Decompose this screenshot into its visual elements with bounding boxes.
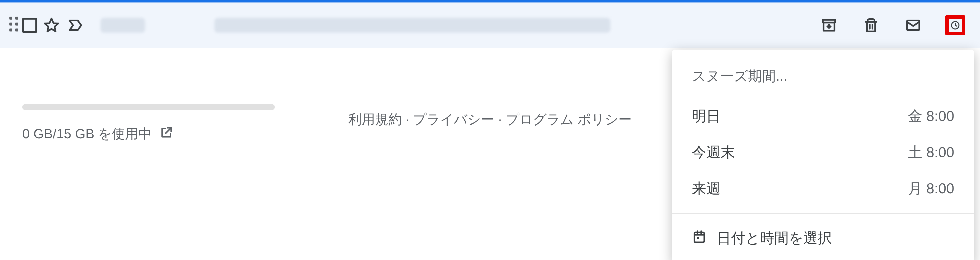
svg-rect-7 — [697, 237, 699, 239]
subject-redacted — [214, 18, 611, 33]
sender-redacted — [100, 18, 145, 33]
footer-link-terms[interactable]: 利用規約 — [348, 112, 402, 127]
storage-usage-text: 0 GB/15 GB を使用中 — [22, 125, 152, 143]
snooze-pick-datetime[interactable]: 日付と時間を選択 — [672, 220, 974, 256]
mark-unread-button[interactable] — [903, 15, 923, 35]
calendar-icon — [692, 229, 707, 247]
snooze-menu-divider — [672, 213, 974, 214]
snooze-option-time: 月 8:00 — [908, 179, 954, 198]
storage-usage-bar — [22, 104, 275, 110]
star-icon[interactable] — [41, 15, 61, 35]
snooze-option-nextweek[interactable]: 来週 月 8:00 — [672, 171, 974, 207]
snooze-option-time: 土 8:00 — [908, 143, 954, 162]
archive-button[interactable] — [819, 15, 839, 35]
snooze-option-label: 今週末 — [692, 143, 735, 162]
mail-hover-actions — [819, 15, 965, 35]
snooze-menu: スヌーズ期間... 明日 金 8:00 今週末 土 8:00 来週 月 8:00… — [672, 49, 974, 260]
delete-button[interactable] — [861, 15, 881, 35]
snooze-option-tomorrow[interactable]: 明日 金 8:00 — [672, 98, 974, 134]
footer-link-privacy[interactable]: プライバシー — [413, 112, 494, 127]
important-marker-icon[interactable] — [66, 15, 86, 35]
open-in-new-icon[interactable] — [159, 125, 173, 143]
svg-marker-0 — [45, 18, 59, 31]
snooze-option-label: 明日 — [692, 107, 721, 126]
snooze-option-time: 金 8:00 — [908, 107, 954, 126]
snooze-option-label: 来週 — [692, 179, 721, 198]
svg-rect-3 — [867, 22, 875, 32]
snooze-menu-header: スヌーズ期間... — [672, 59, 974, 98]
snooze-option-weekend[interactable]: 今週末 土 8:00 — [672, 134, 974, 171]
select-checkbox[interactable] — [22, 18, 37, 33]
footer-links: 利用規約 · プライバシー · プログラム ポリシー — [348, 110, 632, 129]
snooze-pick-label: 日付と時間を選択 — [717, 228, 832, 248]
snooze-button[interactable] — [945, 15, 965, 35]
mail-row[interactable] — [0, 0, 980, 48]
mail-row-left-controls — [0, 15, 86, 35]
drag-handle-icon[interactable] — [10, 17, 18, 34]
footer-link-program[interactable]: プログラム ポリシー — [506, 112, 632, 127]
